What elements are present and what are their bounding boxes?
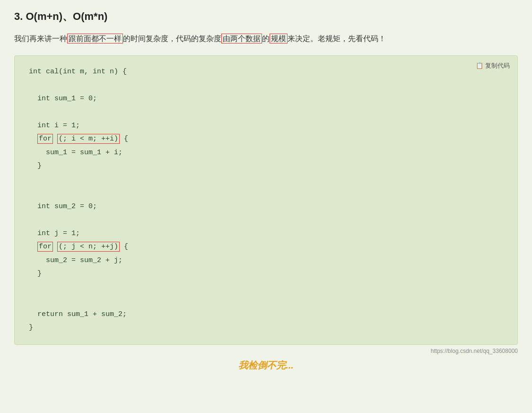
- kw-int-5: int: [37, 122, 50, 130]
- for-keyword-2: for: [37, 242, 53, 252]
- code-line-sum2-init: int sum_2 = 0;: [29, 200, 503, 214]
- section-title: 3. O(m+n)、O(m*n): [14, 9, 518, 24]
- code-line-close-2: }: [29, 267, 503, 281]
- code-line-close-1: }: [29, 159, 503, 173]
- code-line-return: return sum_1 + sum_2;: [29, 308, 503, 322]
- kw-int-4: int: [37, 95, 50, 103]
- desc-text-2: 的时间复杂度，代码的复杂度: [123, 35, 221, 43]
- code-line-blank-2: [29, 105, 503, 119]
- code-line-blank-4: [29, 186, 503, 200]
- code-block: 📋 复制代码 int cal(int m, int n) { int sum_1…: [14, 55, 518, 345]
- code-line-blank-1: [29, 79, 503, 92]
- for-condition-1: (; i < m; ++i): [57, 134, 120, 144]
- code-line-j-init: int j = 1;: [29, 227, 503, 241]
- bottom-image-text: 我检倒不完...: [14, 359, 518, 372]
- code-line-blank-6: [29, 281, 503, 295]
- code-line-blank-3: [29, 173, 503, 187]
- highlight-3: 规模: [270, 34, 288, 44]
- code-line-close-main: }: [29, 321, 503, 335]
- code-line-for1: for (; i < m; ++i) {: [29, 132, 503, 146]
- copy-button[interactable]: 📋 复制代码: [476, 62, 510, 70]
- code-line-sum2-body: sum_2 = sum_2 + j;: [29, 254, 503, 268]
- desc-text-3: 的: [262, 35, 270, 43]
- code-line-sum1-body: sum_1 = sum_1 + i;: [29, 146, 503, 160]
- kw-int-6: int: [37, 202, 50, 211]
- desc-text-4: 来决定。老规矩，先看代码！: [288, 35, 386, 43]
- code-line-sum1-init: int sum_1 = 0;: [29, 92, 503, 106]
- for-condition-2: (; j < n; ++j): [57, 242, 120, 252]
- watermark: https://blog.csdn.net/qq_33608000: [14, 348, 518, 354]
- for-keyword-1: for: [37, 134, 53, 144]
- code-line-blank-7: [29, 294, 503, 308]
- description-paragraph: 我们再来讲一种跟前面都不一样的时间复杂度，代码的复杂度由两个数据的规模来决定。老…: [14, 32, 518, 46]
- code-line-blank-5: [29, 213, 503, 227]
- copy-icon: 📋: [476, 62, 483, 69]
- desc-text-1: 我们再来讲一种: [14, 35, 67, 43]
- code-line-for2: for (; j < n; ++j) {: [29, 240, 503, 254]
- kw-int-1: int: [29, 68, 42, 76]
- copy-label: 复制代码: [485, 62, 510, 70]
- kw-int-7: int: [37, 229, 50, 237]
- highlight-1: 跟前面都不一样: [67, 34, 123, 44]
- highlight-2: 由两个数据: [221, 34, 262, 44]
- kw-int-2: int: [63, 68, 76, 76]
- kw-int-3: int: [93, 68, 105, 76]
- code-line-i-init: int i = 1;: [29, 119, 503, 133]
- code-line-1: int cal(int m, int n) {: [29, 65, 503, 79]
